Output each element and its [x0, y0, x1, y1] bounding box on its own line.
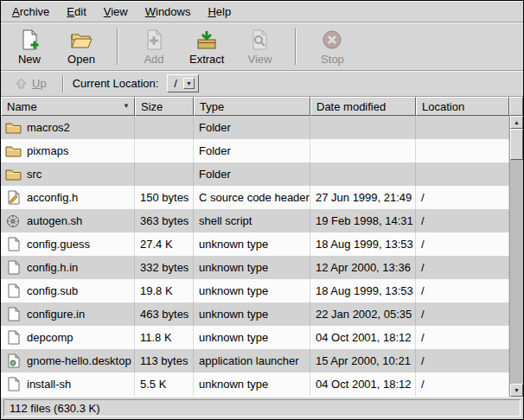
add-button[interactable]: Add [134, 25, 174, 68]
toolbar-button-label: Open [67, 53, 95, 66]
table-row[interactable]: install-sh5.5 Kunknown type04 Oct 2001, … [1, 372, 509, 396]
document-icon [4, 307, 22, 321]
view-button[interactable]: View [240, 25, 279, 68]
column-header-label: Name [7, 100, 37, 113]
toolbar: NewOpenAddExtractViewStop [1, 22, 523, 71]
document-icon [4, 330, 22, 345]
file-name: autogen.sh [27, 214, 82, 227]
status-text: 112 files (630.3 K) [10, 402, 100, 415]
file-type-cell: unknown type [194, 256, 310, 279]
file-name-cell: src [1, 162, 135, 186]
source-file-icon [4, 190, 22, 205]
file-type-cell: unknown type [194, 232, 310, 256]
menu-bar: ArchiveEditViewWindowsHelp [1, 1, 523, 22]
status-bar: 112 files (630.3 K) [1, 397, 523, 419]
toolbar-button-label: Stop [321, 53, 344, 66]
menu-item-windows[interactable]: Windows [137, 3, 200, 21]
file-type-cell: C source code header [194, 186, 310, 209]
table-row[interactable]: gnome-hello.desktop113 bytesapplication … [1, 349, 509, 372]
file-name-cell: macros2 [1, 116, 135, 139]
file-type-cell: unknown type [194, 326, 310, 349]
toolbar-button-label: View [247, 53, 272, 66]
toolbar-separator [295, 29, 297, 65]
file-name: pixmaps [27, 144, 68, 157]
file-size-cell: 363 bytes [135, 209, 194, 232]
file-table: Name▼SizeTypeDate modifiedLocation macro… [1, 97, 523, 397]
file-name-cell: config.sub [1, 279, 135, 302]
file-name-cell: acconfig.h [1, 186, 135, 209]
sort-indicator-icon[interactable]: ▼ [123, 103, 130, 110]
file-location-cell: / [416, 279, 509, 302]
table-row[interactable]: depcomp11.8 Kunknown type04 Oct 2001, 18… [1, 326, 509, 349]
table-row[interactable]: srcFolder [1, 162, 509, 186]
chevron-down-icon: ▼ [183, 78, 195, 89]
file-date_modified-cell [310, 162, 416, 186]
column-header-label: Type [200, 100, 224, 113]
table-row[interactable]: pixmapsFolder [1, 139, 509, 162]
scroll-up-button[interactable]: ▲ [510, 116, 523, 129]
document-icon [4, 283, 22, 298]
file-type-cell: shell script [194, 209, 310, 232]
menu-item-view[interactable]: View [95, 3, 137, 21]
folder-icon [4, 144, 22, 157]
file-location-cell: / [416, 186, 509, 209]
header-spacer [509, 97, 523, 116]
extract-button[interactable]: Extract [186, 25, 227, 68]
menu-item-archive[interactable]: Archive [3, 3, 58, 21]
stop-button[interactable]: Stop [312, 25, 352, 68]
column-header-date-modified[interactable]: Date modified [310, 97, 416, 116]
toolbar-button-label: Extract [189, 53, 224, 66]
file-location-cell [416, 116, 509, 139]
column-header-size[interactable]: Size [135, 97, 194, 116]
file-name-cell: gnome-hello.desktop [1, 349, 135, 372]
extract-archive-icon [195, 28, 218, 52]
table-row[interactable]: config.guess27.4 Kunknown type18 Aug 199… [1, 232, 509, 256]
status-frame: 112 files (630.3 K) [3, 399, 521, 417]
column-header-name[interactable]: Name▼ [1, 97, 135, 116]
menu-item-help[interactable]: Help [199, 3, 240, 21]
file-type-cell: unknown type [194, 302, 310, 326]
file-name: gnome-hello.desktop [27, 354, 131, 367]
new-button[interactable]: New [10, 25, 49, 68]
location-bar-separator [62, 75, 64, 92]
menu-item-edit[interactable]: Edit [58, 3, 94, 21]
file-type-cell: unknown type [194, 372, 310, 396]
file-size-cell: 113 bytes [135, 349, 194, 372]
scroll-down-button[interactable]: ▼ [510, 384, 523, 397]
stop-icon [321, 28, 343, 52]
file-type-cell: Folder [194, 116, 310, 139]
file-date_modified-cell [310, 116, 416, 139]
column-header-location[interactable]: Location [416, 97, 509, 116]
current-location-label: Current Location: [73, 77, 159, 90]
table-row[interactable]: acconfig.h150 bytesC source code header2… [1, 186, 509, 209]
file-name: config.guess [27, 238, 90, 251]
scrollbar-column: ▲ ▼ [509, 97, 523, 397]
file-name: acconfig.h [27, 191, 78, 204]
up-button[interactable]: Up [8, 75, 54, 92]
file-location-cell: / [416, 256, 509, 279]
file-type-cell: application launcher [194, 349, 310, 372]
location-combobox[interactable]: / ▼ [167, 74, 199, 92]
open-button[interactable]: Open [61, 25, 101, 68]
file-name: src [27, 168, 42, 181]
table-row[interactable]: config.sub19.8 Kunknown type18 Aug 1999,… [1, 279, 509, 302]
table-row[interactable]: config.h.in332 bytesunknown type12 Apr 2… [1, 256, 509, 279]
vertical-scrollbar[interactable]: ▲ ▼ [509, 116, 523, 397]
toolbar-separator [117, 29, 118, 65]
table-row[interactable]: macros2Folder [1, 116, 509, 139]
add-files-icon [143, 28, 165, 52]
file-size-cell [135, 162, 194, 186]
scrollbar-thumb[interactable] [510, 129, 523, 160]
table-row[interactable]: configure.in463 bytesunknown type22 Jan … [1, 302, 509, 326]
column-header-type[interactable]: Type [194, 97, 310, 116]
file-list-panel: Name▼SizeTypeDate modifiedLocation macro… [1, 97, 509, 397]
file-size-cell: 150 bytes [135, 186, 194, 209]
up-button-label: Up [32, 77, 47, 90]
table-row[interactable]: autogen.sh363 bytesshell script19 Feb 19… [1, 209, 509, 232]
file-date_modified-cell: 19 Feb 1998, 14:31 [310, 209, 416, 232]
toolbar-button-label: New [18, 53, 41, 66]
file-type-cell: Folder [194, 139, 310, 162]
file-date_modified-cell: 04 Oct 2001, 18:12 [310, 326, 416, 349]
scrollbar-track[interactable] [510, 160, 523, 384]
file-date_modified-cell: 22 Jan 2002, 05:35 [310, 302, 416, 326]
